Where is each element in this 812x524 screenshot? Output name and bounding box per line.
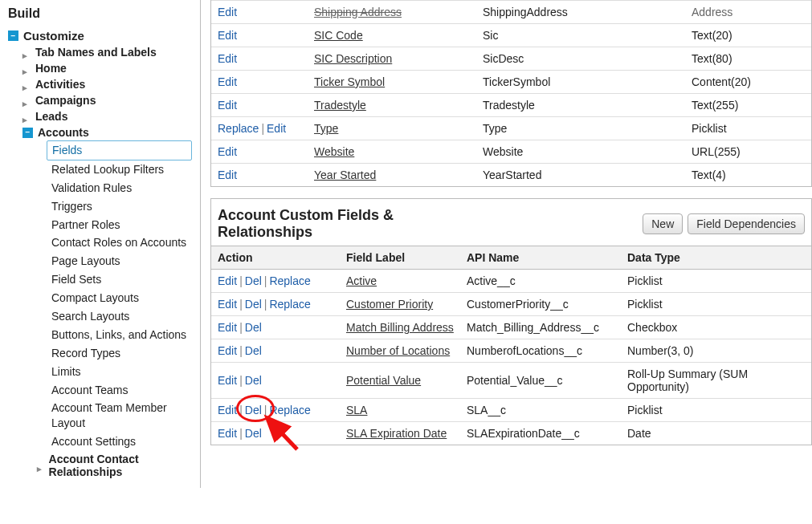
new-button[interactable]: New [643, 213, 683, 234]
edit-link[interactable]: Edit [218, 52, 237, 65]
data-type: Picklist [621, 399, 811, 422]
custom-fields-section: Account Custom Fields & Relationships Ne… [210, 198, 812, 445]
tree-item-leads[interactable]: Leads [22, 108, 192, 124]
field-label-link[interactable]: SLA Expiration Date [346, 427, 447, 440]
table-row: EditSIC CodeSicText(20) [211, 24, 811, 47]
expand-icon[interactable] [22, 64, 31, 72]
data-type: Text(4) [685, 164, 811, 187]
subtree-item-fields[interactable]: Fields [47, 140, 192, 160]
edit-link[interactable]: Edit [218, 99, 237, 112]
api-name: CustomerPriority__c [460, 293, 621, 316]
subtree-item-record-types[interactable]: Record Types [51, 344, 192, 363]
data-type: Picklist [685, 117, 811, 140]
edit-link[interactable]: Edit [218, 321, 237, 334]
replace-link[interactable]: Replace [218, 122, 259, 135]
edit-link[interactable]: Edit [218, 6, 237, 18]
api-name: SLAExpirationDate__c [460, 422, 621, 445]
replace-link[interactable]: Replace [269, 298, 310, 311]
api-name: Tradestyle [476, 94, 685, 117]
subtree-item-limits[interactable]: Limits [51, 363, 192, 381]
collapse-icon[interactable]: − [22, 128, 33, 138]
col-label: Field Label [340, 246, 460, 270]
subtree-item-related-lookup-filters[interactable]: Related Lookup Filters [51, 160, 192, 179]
edit-link[interactable]: Edit [218, 344, 237, 357]
del-link[interactable]: Del [245, 321, 262, 334]
field-label-link[interactable]: Year Started [314, 169, 376, 181]
field-label-link[interactable]: Shipping Address [314, 6, 402, 18]
field-label-link[interactable]: Number of Locations [346, 344, 450, 357]
tree-item-home[interactable]: Home [22, 60, 192, 76]
subtree-item-compact-layouts[interactable]: Compact Layouts [51, 289, 192, 307]
tree-account-contact-relationships[interactable]: Account Contact Relationships [37, 451, 192, 480]
data-type: Text(20) [685, 24, 811, 47]
subtree-item-account-team-member-layout[interactable]: Account Team Member Layout [51, 399, 192, 433]
del-link[interactable]: Del [245, 344, 262, 357]
edit-link[interactable]: Edit [218, 404, 237, 416]
subtree-item-account-settings[interactable]: Account Settings [51, 433, 192, 451]
main-content: EditShipping AddressShippingAddressAddre… [201, 0, 812, 488]
data-type: URL(255) [685, 140, 811, 164]
edit-link[interactable]: Edit [267, 122, 286, 135]
edit-link[interactable]: Edit [218, 274, 237, 287]
table-row: Edit|DelNumber of LocationsNumberofLocat… [211, 339, 811, 363]
field-label-link[interactable]: Tradestyle [314, 99, 366, 112]
edit-link[interactable]: Edit [218, 374, 237, 387]
edit-link[interactable]: Edit [218, 29, 237, 42]
table-row: EditWebsiteWebsiteURL(255) [211, 140, 811, 164]
subtree-item-page-layouts[interactable]: Page Layouts [51, 252, 192, 270]
expand-icon[interactable] [22, 112, 31, 120]
del-link[interactable]: Del [245, 298, 262, 311]
api-name: YearStarted [476, 164, 685, 187]
tree-accounts[interactable]: − Accounts [22, 124, 192, 140]
del-link[interactable]: Del [245, 274, 262, 287]
field-label-link[interactable]: SIC Description [314, 52, 392, 65]
replace-link[interactable]: Replace [269, 404, 310, 416]
field-label-link[interactable]: Active [346, 274, 377, 287]
field-label-link[interactable]: Customer Priority [346, 298, 433, 311]
api-name: Website [476, 140, 685, 164]
api-name: TickerSymbol [476, 71, 685, 94]
subtree-item-contact-roles-on-accounts[interactable]: Contact Roles on Accounts [51, 234, 192, 252]
tree-item-campaigns[interactable]: Campaigns [22, 92, 192, 108]
field-label-link[interactable]: Potential Value [346, 374, 421, 387]
expand-icon[interactable] [37, 461, 44, 469]
subtree-item-triggers[interactable]: Triggers [51, 197, 192, 216]
subtree-item-validation-rules[interactable]: Validation Rules [51, 179, 192, 197]
field-label-link[interactable]: Match Billing Address [346, 321, 454, 334]
edit-link[interactable]: Edit [218, 145, 237, 158]
field-label-link[interactable]: SIC Code [314, 29, 363, 42]
field-label-link[interactable]: SLA [346, 404, 367, 416]
tree-customize[interactable]: − Customize [8, 27, 192, 44]
subtree-item-buttons-links-and-actions[interactable]: Buttons, Links, and Actions [51, 326, 192, 344]
del-link[interactable]: Del [245, 404, 262, 416]
field-label-link[interactable]: Ticker Symbol [314, 75, 385, 88]
edit-link[interactable]: Edit [218, 427, 237, 440]
expand-icon[interactable] [22, 80, 31, 88]
api-name: NumberofLocations__c [460, 339, 621, 363]
section-title: Account Custom Fields & Relationships [218, 207, 459, 241]
del-link[interactable]: Del [245, 427, 262, 440]
tree-item-activities[interactable]: Activities [22, 76, 192, 92]
field-label-link[interactable]: Website [314, 145, 354, 158]
table-row: Edit|Del|ReplaceActiveActive__cPicklist [211, 270, 811, 293]
edit-link[interactable]: Edit [218, 75, 237, 88]
subtree-item-field-sets[interactable]: Field Sets [51, 270, 192, 289]
del-link[interactable]: Del [245, 374, 262, 387]
collapse-icon[interactable]: − [8, 30, 18, 41]
data-type: Picklist [621, 270, 811, 293]
field-label-link[interactable]: Type [314, 122, 338, 135]
subtree-item-search-layouts[interactable]: Search Layouts [51, 307, 192, 326]
data-type: Text(80) [685, 47, 811, 71]
replace-link[interactable]: Replace [269, 274, 310, 287]
expand-icon[interactable] [22, 48, 31, 56]
edit-link[interactable]: Edit [218, 169, 237, 181]
expand-icon[interactable] [22, 96, 31, 104]
subtree-item-account-teams[interactable]: Account Teams [51, 381, 192, 400]
tree-item-tab-names-and-labels[interactable]: Tab Names and Labels [22, 44, 192, 60]
subtree-item-partner-roles[interactable]: Partner Roles [51, 216, 192, 234]
table-row: EditSIC DescriptionSicDescText(80) [211, 47, 811, 71]
data-type: Picklist [621, 293, 811, 316]
field-dependencies-button[interactable]: Field Dependencies [688, 213, 805, 234]
table-row: EditShipping AddressShippingAddressAddre… [211, 1, 811, 24]
edit-link[interactable]: Edit [218, 298, 237, 311]
